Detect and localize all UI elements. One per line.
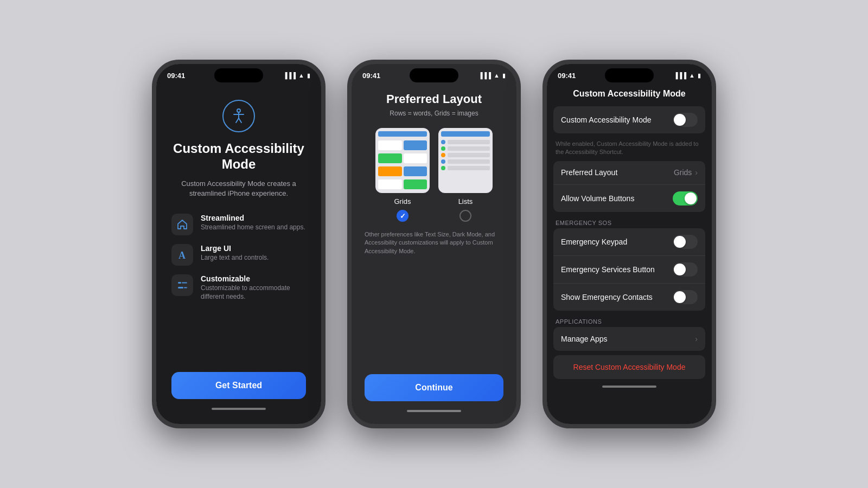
signal-icon-3: ▐▐▐ [674,72,686,79]
manage-apps-label: Manage Apps [561,335,608,343]
volume-label: Allow Volume Buttons [561,194,634,203]
feature-list: Streamlined Streamlined home screen and … [171,214,306,301]
feature-streamlined: Streamlined Streamlined home screen and … [171,214,306,235]
sliders-icon-wrap [171,274,193,296]
settings-page-title: Custom Accessibility Mode [547,84,712,106]
get-started-button[interactable]: Get Started [171,372,306,399]
status-time-1: 09:41 [167,72,185,80]
phone2-note: Other preferences like Text Size, Dark M… [365,230,503,255]
manage-apps-chevron: › [695,335,698,343]
home-indicator-3 [602,386,656,388]
svg-line-3 [236,118,239,123]
status-time-3: 09:41 [558,72,576,80]
cam-toggle[interactable] [673,113,698,127]
phone1-title: Custom Accessibility Mode [171,141,306,172]
feature1-desc: Streamlined home screen and apps. [201,223,305,232]
settings-row-manage-apps[interactable]: Manage Apps › [553,327,705,351]
battery-icon-3: ▮ [698,72,701,79]
feature3-desc: Customizable to accommodate different ne… [201,284,306,301]
feature-largeui: A Large UI Large text and controls. [171,244,306,266]
dynamic-island-3 [605,68,654,82]
cam-helper-text: While enabled, Custom Accessibility Mode… [547,138,712,161]
settings-group-layout: Preferred Layout Grids › Allow Volume Bu… [553,161,705,212]
status-icons-2: ▐▐▐ ▲ ▮ [478,72,506,79]
feature1-title: Streamlined [201,214,305,222]
svg-rect-6 [178,282,181,284]
preferred-layout-chevron: › [695,168,698,177]
svg-line-4 [239,118,241,123]
settings-row-contacts[interactable]: Show Emergency Contacts [553,284,705,311]
wifi-icon-3: ▲ [689,72,695,79]
dynamic-island-2 [410,68,458,82]
settings-row-cam[interactable]: Custom Accessibility Mode [553,106,705,133]
phone1-subtitle: Custom Accessibility Mode creates a stre… [171,179,306,198]
accessibility-icon [222,100,255,132]
settings-group-emergency: Emergency Keypad Emergency Services Butt… [553,228,705,311]
phone3-content: Custom Accessibility Mode Custom Accessi… [547,84,712,424]
grids-radio[interactable] [397,210,409,222]
layout-options: Grids [375,128,493,222]
settings-row-keypad[interactable]: Emergency Keypad [553,228,705,256]
lists-preview [438,128,493,193]
phone-2: 09:41 ▐▐▐ ▲ ▮ Preferred Layout Rows = wo… [347,60,521,428]
apps-section-label: APPLICATIONS [547,315,712,327]
reset-button[interactable]: Reset Custom Accessibility Mode [553,355,705,379]
wifi-icon-2: ▲ [494,72,500,79]
dynamic-island-1 [214,68,263,82]
lists-radio[interactable] [459,210,471,222]
phone2-content: Preferred Layout Rows = words, Grids = i… [352,84,516,424]
svg-rect-7 [178,287,183,288]
feature2-desc: Large text and controls. [201,254,269,262]
signal-icon-2: ▐▐▐ [478,72,491,79]
emergency-section-label: EMERGENCY SOS [547,216,712,228]
layout-option-lists[interactable]: Lists [438,128,493,222]
keypad-toggle[interactable] [673,235,698,249]
phone2-title: Preferred Layout [386,92,482,106]
preferred-layout-label: Preferred Layout [561,168,617,177]
services-btn-toggle[interactable] [673,262,698,277]
settings-row-volume[interactable]: Allow Volume Buttons [553,185,705,212]
settings-group-apps: Manage Apps › [553,327,705,351]
lists-label: Lists [458,197,473,206]
settings-row-preferred-layout[interactable]: Preferred Layout Grids › [553,161,705,185]
continue-button[interactable]: Continue [365,374,503,401]
feature3-title: Customizable [201,274,306,283]
signal-icon: ▐▐▐ [283,72,296,79]
battery-icon-2: ▮ [502,72,506,79]
letter-a-icon-wrap: A [171,244,193,266]
cam-label: Custom Accessibility Mode [561,115,652,124]
contacts-toggle[interactable] [673,290,698,304]
phone-3: 09:41 ▐▐▐ ▲ ▮ Custom Accessibility Mode … [542,60,716,428]
contacts-label: Show Emergency Contacts [561,293,653,301]
feature2-title: Large UI [201,244,269,253]
phone1-content: Custom Accessibility Mode Custom Accessi… [156,84,321,424]
home-indicator-1 [212,408,266,410]
services-btn-label: Emergency Services Button [561,265,655,274]
layout-option-grids[interactable]: Grids [375,128,430,222]
home-indicator-2 [407,410,461,412]
keypad-label: Emergency Keypad [561,237,627,246]
wifi-icon: ▲ [298,72,304,79]
status-icons-1: ▐▐▐ ▲ ▮ [283,72,310,79]
status-icons-3: ▐▐▐ ▲ ▮ [674,72,701,79]
grids-preview [375,128,430,193]
settings-section-emergency: EMERGENCY SOS Emergency Keypad Emergency… [547,216,712,311]
phone2-subtitle: Rows = words, Grids = images [390,110,478,117]
settings-row-services-btn[interactable]: Emergency Services Button [553,256,705,284]
svg-text:A: A [178,250,186,261]
grids-label: Grids [394,197,411,206]
battery-icon: ▮ [307,72,310,79]
volume-toggle[interactable] [673,191,698,206]
feature-customizable: Customizable Customizable to accommodate… [171,274,306,301]
settings-section-apps: APPLICATIONS Manage Apps › [547,315,712,351]
home-icon-wrap [171,214,193,235]
status-time-2: 09:41 [362,72,380,80]
settings-group-main: Custom Accessibility Mode [553,106,705,133]
preferred-layout-value: Grids [674,168,692,177]
phone-1: 09:41 ▐▐▐ ▲ ▮ Custom Accessibility Mode … [152,60,326,428]
